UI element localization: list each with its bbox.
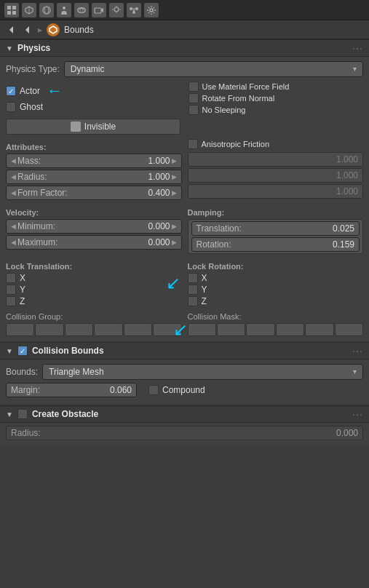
collision-group-btn-2[interactable]	[35, 323, 63, 336]
form-factor-arrow-left: ◀	[11, 189, 16, 196]
translation-label: Translation:	[197, 223, 242, 234]
obstacle-radius-label: Radius:	[11, 428, 41, 438]
aniso-field-1[interactable]: 1.000	[188, 152, 364, 167]
damping-label: Damping:	[188, 208, 364, 217]
topbar-icon-settings[interactable]	[144, 3, 159, 17]
lock-ry-checkbox[interactable]	[188, 285, 198, 295]
topbar-icon-grid[interactable]	[4, 3, 19, 17]
ghost-checkbox-row: Ghost	[6, 102, 181, 112]
collision-group-label: Collision Group:	[6, 312, 182, 321]
maximum-field[interactable]: ◀ Maximum: 0.000 ▶	[6, 235, 182, 250]
lock-tz-label: Z	[20, 296, 25, 306]
aniso-val-2: 1.000	[336, 170, 358, 180]
margin-field[interactable]: Margin: 0.060	[6, 383, 137, 397]
actor-row: Actor ← Ghost Use Material Force Field R…	[6, 82, 363, 116]
lock-rx-checkbox[interactable]	[188, 273, 198, 283]
anisotropic-friction-checkbox[interactable]	[188, 139, 198, 149]
lock-tx-row: X	[6, 273, 182, 283]
actor-label: Actor	[20, 86, 40, 96]
compound-row: Compound	[148, 385, 205, 395]
svg-point-18	[132, 11, 135, 14]
collision-mask-btn-4[interactable]	[276, 323, 304, 336]
physics-section-title: Physics	[17, 43, 50, 53]
compound-checkbox[interactable]	[148, 385, 159, 395]
physics-section-dots: ···	[352, 42, 363, 54]
radius-field[interactable]: ◀ Radius: 1.000 ▶	[6, 170, 182, 184]
mass-arrow-right: ▶	[172, 157, 177, 164]
create-obstacle-checkbox[interactable]	[17, 409, 28, 419]
collision-mask-col: ↙ Collision Mask:	[188, 312, 364, 336]
rotation-damping-field[interactable]: Rotation: 0.159	[191, 237, 360, 252]
obstacle-radius-field: Radius: 0.000	[6, 426, 363, 440]
rotation-label: Rotation:	[197, 239, 231, 250]
collision-bounds-checkbox[interactable]	[17, 346, 28, 356]
mass-value: 1.000	[148, 156, 170, 166]
minimum-field[interactable]: ◀ Minimum: 0.000 ▶	[6, 219, 182, 234]
svg-point-16	[130, 7, 132, 10]
use-material-force-field-checkbox[interactable]	[189, 82, 199, 92]
maximum-label: Maximum:	[17, 237, 57, 247]
lock-rz-checkbox[interactable]	[188, 296, 198, 306]
collision-mask-btn-3[interactable]	[246, 323, 274, 336]
collision-mask-btn-6[interactable]	[335, 323, 363, 336]
physics-type-dropdown[interactable]: Dynamic	[64, 61, 363, 77]
minimum-value: 0.000	[148, 221, 170, 231]
form-factor-field[interactable]: ◀ Form Factor: 0.400 ▶	[6, 186, 182, 200]
ghost-checkbox[interactable]	[6, 102, 16, 112]
lock-ty-checkbox[interactable]	[6, 285, 16, 295]
anisotropic-friction-row: Anisotropic Friction	[188, 139, 364, 149]
lock-tz-row: Z	[6, 296, 182, 306]
obstacle-radius-value: 0.000	[336, 428, 358, 438]
topbar-icon-light[interactable]	[109, 3, 124, 17]
min-arrow-left: ◀	[11, 223, 16, 230]
mass-field[interactable]: ◀ Mass: 1.000 ▶	[6, 154, 182, 168]
collision-group-btn-6[interactable]	[153, 323, 181, 336]
collision-group-btn-3[interactable]	[65, 323, 93, 336]
physics-section-body: Physics Type: Dynamic Actor ← Ghost Use …	[0, 57, 369, 341]
damping-col: Damping: Translation: 0.025 Rotation: 0.…	[188, 204, 364, 254]
breadcrumb-back-icon[interactable]	[6, 24, 17, 36]
collision-bounds-section-header[interactable]: ▼ Collision Bounds ···	[0, 342, 369, 359]
lock-rx-label: X	[202, 273, 207, 283]
topbar-icon-cube[interactable]	[22, 3, 36, 17]
collision-group-btn-5[interactable]	[124, 323, 152, 336]
no-sleeping-checkbox[interactable]	[189, 105, 199, 115]
bounds-type-dropdown[interactable]: Triangle Mesh	[42, 364, 363, 380]
physics-section-header[interactable]: ▼ Physics ···	[0, 39, 369, 57]
translation-field[interactable]: Translation: 0.025	[191, 221, 360, 236]
aniso-field-3[interactable]: 1.000	[188, 184, 364, 199]
aniso-field-2[interactable]: 1.000	[188, 168, 364, 183]
lock-ry-label: Y	[202, 285, 207, 295]
collision-group-btn-4[interactable]	[94, 323, 122, 336]
svg-rect-0	[7, 6, 11, 9]
create-obstacle-section-header[interactable]: ▼ Create Obstacle ···	[0, 405, 369, 423]
lock-tx-checkbox[interactable]	[6, 273, 16, 283]
actor-checkbox[interactable]	[6, 86, 16, 96]
svg-marker-24	[25, 26, 29, 33]
lock-tz-checkbox[interactable]	[6, 296, 16, 306]
svg-point-8	[63, 7, 66, 9]
actor-arrow-icon: ←	[47, 82, 63, 100]
collision-mask-btn-1[interactable]	[188, 323, 216, 336]
collision-group-btn-1[interactable]	[6, 323, 34, 336]
aniso-val-1: 1.000	[336, 154, 358, 164]
topbar	[0, 0, 369, 20]
attributes-col: Attributes: ◀ Mass: 1.000 ▶ ◀ Radius: 1.…	[6, 139, 182, 200]
collision-mask-btn-5[interactable]	[305, 323, 333, 336]
topbar-icon-node[interactable]	[127, 3, 141, 17]
topbar-icon-camera[interactable]	[92, 3, 106, 17]
collision-mask-btn-2[interactable]	[217, 323, 245, 336]
lock-translation-col: Lock Translation: X Y Z	[6, 258, 182, 308]
invisible-button[interactable]: Invisible	[6, 119, 180, 135]
svg-rect-1	[12, 6, 16, 9]
svg-rect-9	[95, 8, 101, 13]
breadcrumb-sep: ▸	[38, 25, 42, 35]
rotation-value: 0.159	[333, 239, 354, 250]
damping-box: Translation: 0.025 Rotation: 0.159	[188, 219, 364, 254]
topbar-icon-link[interactable]	[74, 3, 89, 17]
topbar-icon-sphere[interactable]	[39, 3, 54, 17]
topbar-icon-person[interactable]	[57, 3, 71, 17]
rotate-from-normal-checkbox[interactable]	[189, 93, 199, 103]
svg-line-21	[134, 9, 135, 11]
collision-bounds-triangle: ▼	[6, 347, 13, 355]
